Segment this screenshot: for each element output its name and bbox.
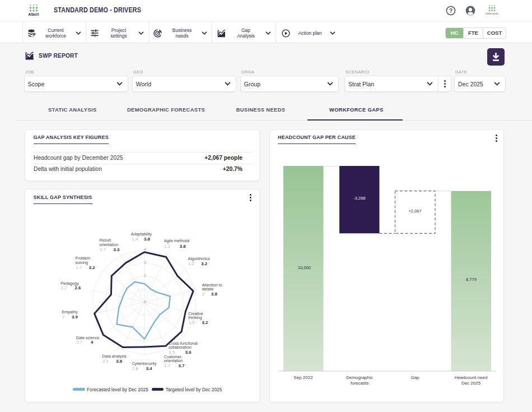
svg-text:4: 4 [144, 247, 146, 251]
svg-text:?: ? [449, 8, 452, 14]
svg-text:1.7: 1.7 [164, 363, 170, 368]
svg-text:orientation: orientation [100, 242, 119, 247]
svg-text:3.6: 3.6 [185, 350, 192, 355]
svg-text:+2,067: +2,067 [408, 209, 421, 214]
svg-text:3.2: 3.2 [201, 261, 208, 266]
svg-text:2.7: 2.7 [76, 340, 82, 345]
svg-text:1.9: 1.9 [189, 320, 195, 325]
svg-text:1.7: 1.7 [76, 265, 82, 270]
svg-text:Data analysis: Data analysis [102, 354, 127, 359]
svg-text:3.8: 3.8 [144, 237, 151, 242]
svg-text:3.9: 3.9 [72, 314, 78, 320]
svg-text:3.8: 3.8 [211, 291, 218, 297]
svg-text:Agile methods: Agile methods [164, 238, 190, 243]
svg-text:forecasts: forecasts [350, 381, 368, 386]
svg-text:2: 2 [62, 314, 64, 320]
svg-text:Cybersecurity: Cybersecurity [132, 361, 156, 366]
svg-text:3.3: 3.3 [113, 247, 120, 252]
svg-text:4: 4 [91, 340, 94, 345]
svg-text:2: 2 [144, 274, 146, 277]
svg-text:0: 0 [144, 300, 146, 304]
svg-text:details: details [202, 286, 213, 291]
svg-text:Dec 2025: Dec 2025 [461, 381, 480, 386]
svg-text:10,000: 10,000 [298, 265, 311, 270]
svg-text:2.6: 2.6 [75, 285, 82, 290]
svg-text:3.2: 3.2 [202, 320, 208, 325]
svg-text:Algorithmics: Algorithmics [188, 256, 211, 261]
svg-text:3.7: 3.7 [179, 363, 185, 368]
svg-text:-3,288: -3,288 [353, 196, 365, 201]
svg-text:8,779: 8,779 [466, 277, 477, 282]
svg-text:Headcount need: Headcount need [454, 375, 487, 380]
svg-text:1.2: 1.2 [188, 261, 194, 266]
svg-text:Sep 2022: Sep 2022 [293, 375, 313, 380]
svg-text:solving: solving [76, 260, 88, 265]
svg-text:3.4: 3.4 [146, 366, 153, 371]
svg-text:2.1: 2.1 [102, 359, 109, 364]
svg-text:Demographic: Demographic [346, 375, 373, 380]
svg-text:2.8: 2.8 [132, 366, 138, 371]
svg-text:Gap: Gap [410, 375, 419, 380]
svg-text:Adaptability: Adaptability [131, 232, 152, 237]
svg-text:1.1: 1.1 [164, 244, 170, 249]
svg-text:3.8: 3.8 [180, 244, 186, 249]
svg-text:1.7: 1.7 [100, 247, 106, 252]
svg-text:3.8: 3.8 [116, 359, 123, 364]
svg-text:1.7: 1.7 [61, 285, 67, 290]
svg-text:3: 3 [144, 261, 146, 265]
svg-text:2: 2 [202, 291, 204, 297]
svg-text:1.4: 1.4 [132, 237, 138, 242]
svg-text:3.2: 3.2 [89, 265, 96, 270]
